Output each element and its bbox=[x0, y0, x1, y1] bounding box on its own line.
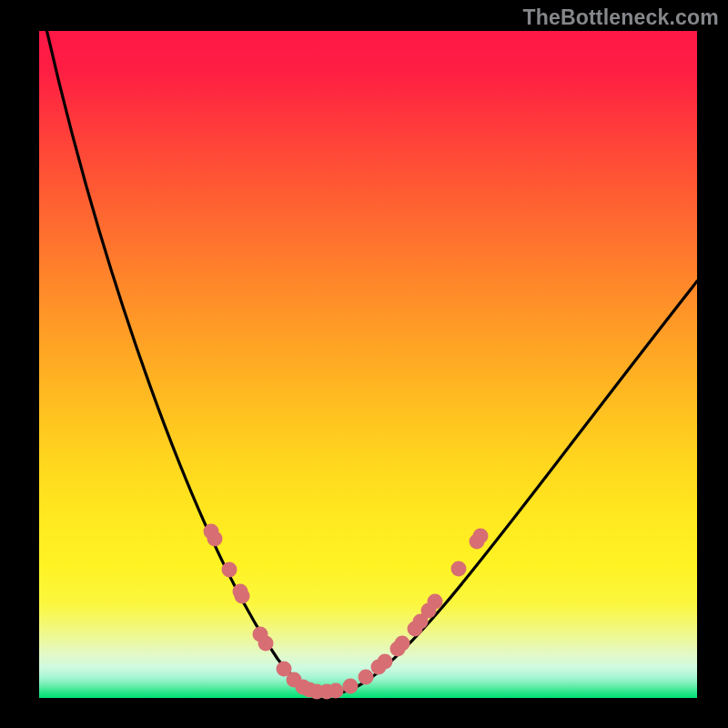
watermark-text: TheBottleneck.com bbox=[522, 5, 719, 30]
data-point bbox=[343, 679, 359, 694]
data-point bbox=[222, 562, 238, 578]
data-point bbox=[207, 531, 223, 547]
data-point bbox=[378, 654, 393, 670]
curve-svg bbox=[39, 31, 697, 698]
data-point bbox=[258, 636, 274, 652]
plot-area bbox=[39, 31, 697, 698]
data-point bbox=[395, 636, 410, 652]
bottleneck-curve bbox=[39, 31, 697, 693]
data-point bbox=[329, 683, 344, 699]
data-point bbox=[428, 594, 443, 610]
chart-frame: TheBottleneck.com bbox=[0, 0, 728, 728]
data-point bbox=[359, 670, 374, 685]
data-point bbox=[235, 589, 250, 604]
data-point bbox=[451, 561, 467, 577]
data-point bbox=[473, 529, 489, 544]
